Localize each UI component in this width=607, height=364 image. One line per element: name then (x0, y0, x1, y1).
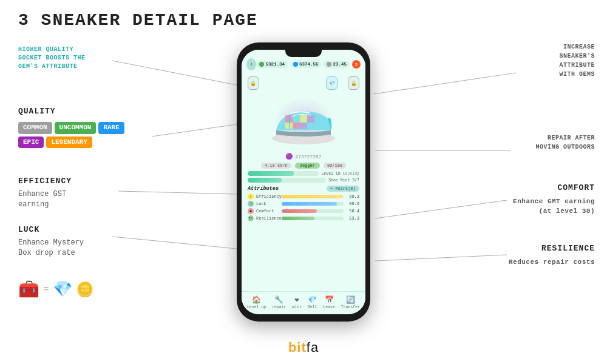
comfort-bar (282, 209, 344, 213)
mint-label: mint (292, 305, 302, 309)
luck-annotation: LUCK Enhance MysteryBox drop rate (18, 224, 84, 258)
resilience-annotation: RESILIENCE Reduces repair costs (498, 243, 595, 267)
level-progress-bar (248, 171, 319, 176)
comfort-label: COMFORT (498, 182, 595, 194)
nav-repair[interactable]: 🔧 repair (272, 295, 286, 309)
comfort-icon: ❤ (248, 208, 254, 214)
luck-fill (282, 202, 337, 206)
back-button[interactable]: ‹ (246, 58, 256, 70)
luck-label: LUCK (18, 224, 84, 235)
nav-levelup[interactable]: 🏠 Level up (247, 295, 266, 309)
luck-text: Enhance MysteryBox drop rate (18, 238, 84, 258)
luck-bar (282, 202, 344, 206)
efficiency-fill (282, 195, 343, 198)
comfort-val: 56.4 (346, 209, 359, 214)
svg-line-9 (373, 73, 516, 94)
level-progress-row: Level 10 LevelUp (248, 171, 359, 176)
badge-epic: EPIC (18, 136, 44, 148)
lease-icon: 📅 (325, 295, 334, 305)
sneaker-id-row: 🟣 273727287 (285, 153, 321, 160)
badge-uncommon: UNCOMMON (55, 122, 97, 133)
level-end: LevelUp (343, 172, 359, 176)
resilience-icon: 🛡 (248, 215, 254, 221)
efficiency-attr-name: Efficiency (256, 194, 279, 199)
efficiency-val: 99.3 (346, 194, 359, 199)
resilience-attr-name: Resilience (256, 216, 279, 221)
phone-notch (285, 50, 322, 57)
progress-section: Level 10 LevelUp Shoe Mint 3/7 (248, 171, 359, 183)
comfort-text: Enhance GMT earning(at level 30) (498, 197, 595, 217)
gmt-dot (293, 62, 298, 67)
speed-row: 4-10 km/h Jogger 80/100 (248, 163, 359, 169)
comfort-attr-name: Comfort (256, 209, 279, 214)
attr-row-luck: 🍀 Luck 89.6 (248, 201, 359, 207)
nav-lease[interactable]: 📅 Lease (323, 295, 335, 309)
svg-line-13 (112, 237, 237, 249)
phone-screen: ‹ 5321.34 6374.56 23.45 2 (242, 50, 365, 314)
currency-gst: 5321.34 (256, 61, 288, 68)
svg-rect-2 (293, 115, 300, 123)
sneaker-area: 🔒 💎 🔒 (242, 73, 365, 291)
repair-annotation: REPAIR AFTERMOVING OUTDOORS (504, 133, 595, 152)
gem-socket-2[interactable]: 💎 (326, 76, 337, 90)
sneaker-svg (267, 97, 340, 146)
attributes-section: Attributes + Point(0) ⚡ Efficiency 99.3 … (248, 186, 359, 223)
comfort-annotation: COMFORT Enhance GMT earning(at level 30) (498, 182, 595, 217)
svg-rect-4 (307, 115, 314, 123)
svg-rect-7 (300, 123, 307, 129)
gst-value: 5321.34 (265, 62, 285, 67)
attributes-title: Attributes (248, 186, 279, 192)
attributes-header: Attributes + Point(0) (248, 186, 359, 192)
svg-rect-3 (300, 115, 307, 123)
efficiency-text: Enhance GSTearning (18, 189, 72, 210)
efficiency-bar (282, 195, 344, 198)
efficiency-icon: ⚡ (248, 194, 254, 200)
bottom-nav: 🏠 Level up 🔧 repair ❤️ mint 💎 Sell 📅 (242, 291, 365, 314)
svg-line-14 (375, 200, 507, 218)
phone-outer: ‹ 5321.34 6374.56 23.45 2 (237, 42, 370, 322)
speed-badge: 4-10 km/h (261, 163, 291, 169)
coin-icon: 🪙 (76, 281, 94, 298)
increase-annotation: INCREASESNEAKER'SATTRIBUTEWITH GEMS (516, 42, 595, 79)
badge-common: COMMON (18, 122, 52, 133)
comfort-fill (282, 209, 317, 213)
svg-rect-6 (293, 123, 300, 129)
nav-mint[interactable]: ❤️ mint (292, 295, 302, 309)
attributes-points-btn[interactable]: + Point(0) (327, 186, 359, 192)
page-title: 3 SNEAKER DETAIL PAGE (18, 11, 258, 30)
sneaker-image (264, 91, 343, 152)
sneaker-id: 273727287 (295, 154, 321, 160)
sell-label: Sell (308, 305, 317, 309)
svg-rect-5 (285, 123, 293, 129)
mint-progress-fill (248, 178, 282, 183)
badge-legendary: LEGENDARY (46, 136, 92, 148)
attr-row-efficiency: ⚡ Efficiency 99.3 (248, 194, 359, 200)
gem-socket-1[interactable]: 🔒 (248, 76, 259, 90)
gems-icon: 💎 (53, 280, 72, 299)
nav-sell[interactable]: 💎 Sell (308, 295, 317, 309)
bitfa-logo: bitfa (288, 340, 319, 356)
svg-line-11 (152, 124, 237, 136)
resilience-bar (282, 217, 344, 220)
luck-val: 89.6 (346, 201, 359, 206)
luck-attr-name: Luck (256, 201, 279, 206)
quality-section: QUALITY COMMON UNCOMMON RARE EPIC LEGEND… (18, 106, 127, 148)
mint-progress-row: Shoe Mint 3/7 (248, 178, 359, 183)
mint-label: Shoe Mint 3/7 (328, 178, 359, 183)
equals-icon: = (43, 284, 49, 295)
id-icon: 🟣 (285, 153, 293, 160)
gem-socket-3[interactable]: 🔒 (348, 76, 359, 90)
levelup-icon: 🏠 (252, 295, 261, 305)
luck-icon: 🍀 (248, 201, 254, 207)
efficiency-annotation: EFFICIENCY Enhance GSTearning (18, 176, 72, 210)
icon-row: 🧰 = 💎 🪙 (18, 279, 94, 300)
attr-row-resilience: 🛡 Resilience 53.3 (248, 215, 359, 221)
mint-progress-bar (248, 178, 326, 183)
currency-gmt: 6374.56 (290, 61, 322, 68)
level-progress-fill (248, 171, 294, 176)
type-badge: Jogger (295, 163, 320, 169)
nav-transfer[interactable]: 🔄 Transfer (341, 295, 360, 309)
notification-badge[interactable]: 2 (352, 60, 361, 69)
chest-icon: 🧰 (18, 279, 39, 300)
transfer-label: Transfer (341, 305, 360, 309)
